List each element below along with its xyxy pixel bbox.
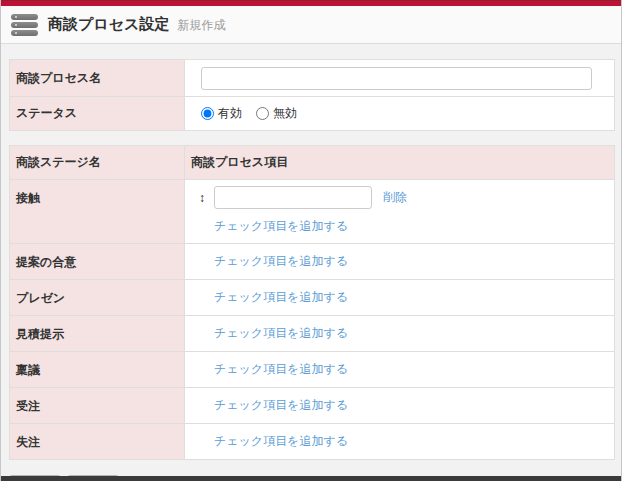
add-check-item-link[interactable]: チェック項目を追加する: [214, 326, 348, 340]
main-content: 商談プロセス名 ステータス 有効 無効: [1, 44, 621, 481]
add-check-item-link[interactable]: チェック項目を追加する: [214, 218, 348, 235]
delete-check-item-link[interactable]: 削除: [383, 189, 407, 206]
stage-name-cell: 稟議: [10, 352, 185, 388]
stage-row: 稟議 チェック項目を追加する: [10, 352, 615, 388]
status-radio-enabled[interactable]: [201, 107, 214, 120]
app-window: 商談プロセス設定 新規作成 商談プロセス名 ステータス 有効: [0, 0, 622, 481]
stage-items-cell: チェック項目を追加する: [185, 244, 615, 280]
stage-items-cell: チェック項目を追加する: [185, 424, 615, 460]
stage-items-cell: チェック項目を追加する: [185, 352, 615, 388]
process-name-row: 商談プロセス名: [10, 60, 615, 97]
stage-row: 提案の合意 チェック項目を追加する: [10, 244, 615, 280]
status-cell: 有効 無効: [185, 97, 615, 131]
add-check-item-link[interactable]: チェック項目を追加する: [214, 254, 348, 268]
stage-name-cell: 接触: [10, 180, 185, 244]
add-check-item-link[interactable]: チェック項目を追加する: [214, 398, 348, 412]
status-radio-disabled[interactable]: [256, 107, 269, 120]
bottom-border-bar: [1, 476, 621, 481]
stage-name-header: 商談ステージ名: [10, 146, 185, 180]
status-option-disabled[interactable]: 無効: [256, 105, 297, 122]
stage-row: 失注 チェック項目を追加する: [10, 424, 615, 460]
status-radio-group: 有効 無効: [201, 105, 604, 122]
stacked-menu-icon: [11, 12, 38, 38]
process-items-header: 商談プロセス項目: [185, 146, 615, 180]
add-check-item-link[interactable]: チェック項目を追加する: [214, 290, 348, 304]
stage-row: プレゼン チェック項目を追加する: [10, 280, 615, 316]
drag-handle-icon[interactable]: ↕: [199, 191, 214, 205]
page-title: 商談プロセス設定: [48, 15, 169, 34]
stage-row: 見積提示 チェック項目を追加する: [10, 316, 615, 352]
check-item-line: ↕ 削除: [199, 186, 606, 209]
stage-name-cell: 提案の合意: [10, 244, 185, 280]
stage-row: 接触 ↕ 削除 チェック項目を追加する: [10, 180, 615, 244]
process-name-input[interactable]: [201, 67, 592, 90]
process-form-table: 商談プロセス名 ステータス 有効 無効: [9, 59, 615, 131]
process-name-label: 商談プロセス名: [10, 60, 185, 97]
stage-items-cell: チェック項目を追加する: [185, 280, 615, 316]
stage-items-cell: チェック項目を追加する: [185, 316, 615, 352]
stage-name-cell: プレゼン: [10, 280, 185, 316]
stage-name-cell: 失注: [10, 424, 185, 460]
page-subtitle: 新規作成: [177, 15, 225, 34]
add-check-item-link[interactable]: チェック項目を追加する: [214, 362, 348, 376]
status-row: ステータス 有効 無効: [10, 97, 615, 131]
status-option-enabled[interactable]: 有効: [201, 105, 242, 122]
add-check-item-link[interactable]: チェック項目を追加する: [214, 434, 348, 448]
page-header: 商談プロセス設定 新規作成: [1, 6, 621, 44]
stage-items-cell: ↕ 削除 チェック項目を追加する: [185, 180, 615, 244]
process-name-cell: [185, 60, 615, 97]
stage-table-header-row: 商談ステージ名 商談プロセス項目: [10, 146, 615, 180]
stage-name-cell: 受注: [10, 388, 185, 424]
status-label: ステータス: [10, 97, 185, 131]
stage-items-cell: チェック項目を追加する: [185, 388, 615, 424]
check-item-input[interactable]: [214, 186, 372, 209]
status-option-disabled-label: 無効: [273, 105, 297, 122]
stage-row: 受注 チェック項目を追加する: [10, 388, 615, 424]
stage-name-cell: 見積提示: [10, 316, 185, 352]
status-option-enabled-label: 有効: [218, 105, 242, 122]
stage-table: 商談ステージ名 商談プロセス項目 接触 ↕ 削除 チェック項目を追加する 提案の…: [9, 145, 615, 460]
